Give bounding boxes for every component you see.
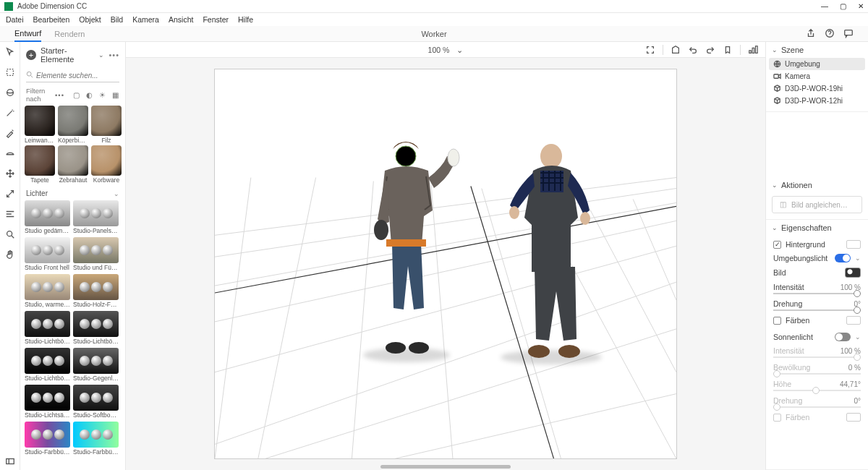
viewport-stage[interactable] — [214, 69, 677, 459]
chevron-down-icon[interactable]: ⌄ — [855, 333, 861, 341]
light-preset-item[interactable]: Studio-Lichtböge… — [73, 311, 119, 345]
intensity-slider[interactable] — [773, 293, 861, 294]
background-label: Hintergrund — [786, 240, 842, 249]
background-checkbox[interactable] — [773, 241, 781, 249]
filter-materials-icon[interactable]: ◐ — [85, 90, 93, 99]
rotation-slider[interactable] — [773, 309, 861, 311]
light-preset-item[interactable]: Studio-Farbbühn… — [25, 422, 70, 456]
env-image-selector[interactable] — [845, 268, 861, 278]
background-color-swatch[interactable] — [846, 240, 861, 249]
light-preset-item[interactable]: Studio Front hell — [25, 237, 70, 271]
feedback-icon[interactable] — [843, 28, 854, 40]
tool-scale[interactable] — [4, 188, 16, 200]
zoom-dropdown-icon[interactable]: ⌄ — [456, 46, 463, 54]
menu-ansicht[interactable]: Ansicht — [169, 15, 193, 24]
model-worker-2[interactable] — [497, 140, 613, 361]
tool-orbit[interactable] — [4, 87, 16, 98]
window-minimize[interactable]: — — [821, 2, 828, 10]
envlight-toggle[interactable] — [835, 254, 851, 262]
actions-panel-header[interactable]: Aktionen — [781, 181, 812, 189]
svg-point-31 — [386, 342, 406, 354]
material-item[interactable]: Tapete — [25, 145, 55, 184]
tool-strip — [0, 42, 20, 470]
menu-fenster[interactable]: Fenster — [203, 15, 229, 24]
window-close[interactable]: ✕ — [858, 2, 864, 10]
material-item[interactable]: Köperbin… — [58, 106, 88, 144]
svg-rect-30 — [386, 239, 426, 247]
filter-models-icon[interactable]: ▢ — [72, 90, 80, 99]
asset-panel-title[interactable]: Starter-Elemente — [41, 46, 94, 64]
tint-color-swatch[interactable] — [846, 316, 861, 325]
scene-item[interactable]: D3D-P-WOR-12hi — [769, 95, 865, 107]
help-icon[interactable] — [825, 28, 835, 40]
filter-more-icon[interactable]: ••• — [55, 91, 64, 99]
tab-render[interactable]: Rendern — [54, 27, 85, 41]
asset-panel-dropdown-icon[interactable]: ⌄ — [98, 51, 104, 59]
svg-line-16 — [265, 329, 676, 458]
scene-item[interactable]: D3D-P-WOR-19hi — [769, 82, 865, 95]
add-asset-button[interactable]: + — [26, 50, 36, 60]
lights-section-header[interactable]: Lichter — [26, 189, 48, 197]
svg-rect-2 — [7, 69, 13, 76]
camera-home-icon[interactable] — [671, 45, 681, 55]
material-item[interactable]: Leinwand… — [25, 106, 55, 144]
tint-checkbox[interactable] — [773, 317, 781, 325]
properties-panel-header[interactable]: Eigenschaften — [781, 223, 832, 232]
canvas-bounds-icon[interactable] — [645, 45, 655, 55]
zoom-value[interactable]: 100 % — [428, 46, 450, 54]
tool-move[interactable] — [4, 168, 16, 179]
tool-panel-toggle[interactable] — [4, 458, 16, 470]
render-preview-icon[interactable] — [748, 45, 758, 55]
scene-item[interactable]: Umgebung — [769, 58, 865, 70]
tab-design[interactable]: Entwurf — [14, 26, 41, 42]
camera-undo-icon[interactable] — [688, 45, 698, 55]
light-preset-item[interactable]: Studio-Lichtböge… — [25, 311, 70, 345]
chevron-down-icon[interactable]: ⌄ — [114, 190, 119, 197]
tool-horizon[interactable] — [4, 148, 16, 159]
light-preset-item[interactable]: Studio-Lichtböge… — [25, 348, 70, 382]
tool-hand[interactable] — [4, 249, 16, 260]
material-item[interactable]: Filz — [91, 106, 122, 144]
tool-align[interactable] — [4, 208, 16, 220]
menu-hilfe[interactable]: Hilfe — [238, 15, 253, 24]
camera-redo-icon[interactable] — [705, 45, 715, 55]
asset-panel-more-icon[interactable]: ••• — [109, 51, 119, 59]
tool-marquee[interactable] — [4, 67, 16, 78]
light-preset-item[interactable]: Studio-Gegenlich… — [73, 348, 119, 382]
svg-point-34 — [509, 206, 519, 219]
menu-objekt[interactable]: Objekt — [79, 15, 101, 24]
light-preset-item[interactable]: Studio-Panels hell — [73, 200, 119, 234]
menu-kamera[interactable]: Kamera — [132, 15, 159, 24]
horizontal-scrollbar[interactable] — [380, 465, 511, 469]
menu-datei[interactable]: Datei — [6, 15, 24, 24]
tool-zoom[interactable] — [4, 228, 16, 240]
filter-images-icon[interactable]: ▦ — [111, 90, 119, 99]
scene-panel-header[interactable]: Szene — [781, 46, 804, 54]
asset-search-input[interactable] — [26, 69, 119, 82]
filter-lights-icon[interactable]: ☀ — [98, 90, 106, 99]
window-maximize[interactable]: ▢ — [840, 2, 846, 10]
light-preset-item[interactable]: Studio-Farbbühn… — [73, 422, 119, 456]
light-preset-item[interactable]: Studio, warmes F… — [25, 274, 70, 308]
menu-bild[interactable]: Bild — [111, 15, 124, 24]
light-preset-item[interactable]: Studio-Lichtsäule… — [25, 385, 70, 419]
match-image-button[interactable]: ◫Bild angleichen… — [772, 196, 862, 213]
light-preset-item[interactable]: Studio-Holz-Fens… — [73, 274, 119, 308]
menu-bearbeiten[interactable]: Bearbeiten — [33, 15, 70, 24]
light-preset-item[interactable]: Studio gedämpft … — [25, 200, 70, 234]
sunlight-toggle[interactable] — [835, 333, 851, 341]
model-worker-1[interactable] — [352, 142, 461, 359]
share-icon[interactable] — [806, 28, 816, 40]
cube-icon — [773, 85, 781, 93]
search-icon — [26, 71, 33, 78]
light-preset-item[interactable]: Studio-Softbox, 3… — [73, 385, 119, 419]
material-item[interactable]: Zebrahaut — [58, 145, 88, 184]
scene-item[interactable]: Kamera — [769, 70, 865, 82]
chevron-down-icon[interactable]: ⌄ — [855, 255, 861, 262]
camera-bookmark-icon[interactable] — [723, 45, 733, 55]
tool-wand[interactable] — [4, 107, 16, 119]
tool-sampler[interactable] — [4, 127, 16, 139]
material-item[interactable]: Korbware — [91, 145, 122, 184]
tool-select[interactable] — [4, 46, 16, 58]
light-preset-item[interactable]: Studio und Füllu… — [73, 237, 119, 271]
